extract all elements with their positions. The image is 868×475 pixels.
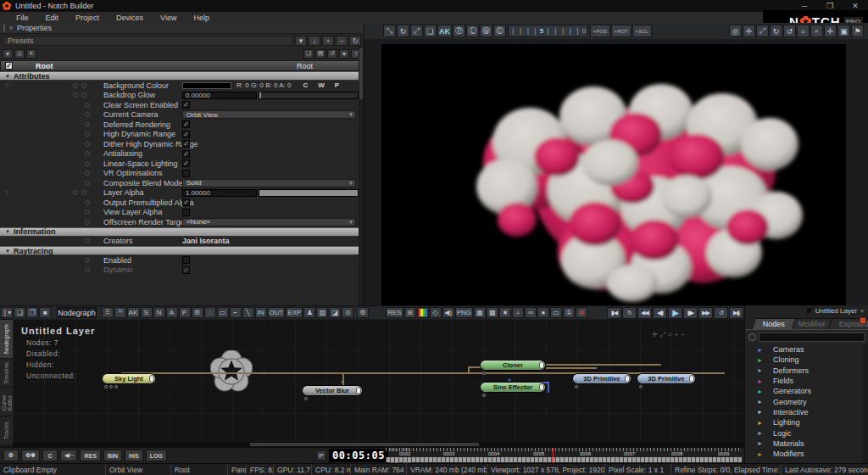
loop-end-button[interactable]: ↺ [714,307,728,319]
side-tab-timeline[interactable]: Timeline [0,358,13,387]
node-pin[interactable] [104,385,108,388]
png-icon[interactable]: PNG [455,307,473,318]
pivot-position-icon[interactable]: Ⓟ [453,25,465,37]
expand-arrow-icon[interactable]: ► [757,378,763,384]
panel-split-icon[interactable]: ❘▾ [1,307,14,318]
node-3d-primitive-5[interactable]: 3D Primitive [637,373,696,384]
side-tab-nodegraph[interactable]: Nodegraph [0,319,13,358]
gear-icon[interactable]: ⚙ [192,307,203,318]
category-materials[interactable]: ►Materials [745,439,863,449]
focus-icon[interactable]: ◎ [729,25,742,37]
keyframe-dot-icon[interactable] [85,122,90,127]
node-cloner-2[interactable]: Cloner [480,360,546,371]
monitor-icon[interactable]: ▭ [550,307,562,318]
colorbars-icon[interactable] [417,307,429,318]
menu-help[interactable]: Help [186,14,217,22]
refresh-icon[interactable]: C [42,450,58,461]
color-button-p[interactable]: P [335,81,339,89]
keyframe-dot-icon[interactable] [73,83,78,88]
equals-icon[interactable]: = [797,25,810,37]
autokey-icon[interactable]: AK [437,25,452,37]
section-header-raytracing[interactable]: ▼Raytracing [0,246,364,255]
color-button-c[interactable]: C [303,81,308,89]
key-icon[interactable]: ⚑ [851,25,864,37]
button-log[interactable]: LOG [146,450,167,461]
fast-forward-button[interactable]: ▶▶ [698,307,713,319]
gradient-icon[interactable]: ◪ [329,307,341,318]
button-his[interactable]: HIS [125,450,143,461]
lock-position-button[interactable]: ▪POS [590,25,610,37]
panel-scroll-button[interactable] [860,317,866,324]
translate-tool-icon[interactable]: ⤡ [383,25,396,37]
pan-widget-icon[interactable]: ✛ [652,331,658,339]
snap-icon[interactable]: S [141,307,153,318]
output-icon[interactable]: OUT [268,307,286,318]
gear-icon[interactable]: ⚙ [3,450,19,461]
number-field-layer-alpha[interactable]: 1.00000 [182,189,257,197]
keyframe-dot-icon[interactable] [73,190,78,195]
duplicate-icon[interactable]: ❏ [424,25,437,37]
checkbox-vr-optimisations[interactable] [182,170,190,177]
node-vector-blur-1[interactable]: Vector Blur [302,385,363,396]
keyframe-dot-icon[interactable] [85,220,90,225]
timeline-ruler[interactable]: 00020003000400050006000700080009 [386,448,742,464]
checkbox-high-dynamic-range[interactable]: ✓ [182,131,190,138]
node-pin[interactable] [109,385,113,388]
expand-arrow-icon[interactable]: ► [757,367,763,373]
checkbox-enabled[interactable] [182,256,190,264]
keyable-icon[interactable]: ? [5,190,8,196]
keyframe-dot-icon[interactable] [85,258,90,263]
input-icon[interactable]: IN [255,307,267,318]
nodes-panel-scrollbar[interactable] [863,344,868,463]
menu-project[interactable]: Project [68,14,107,22]
autokey-icon[interactable]: AK [127,307,140,318]
node-sky-light-0[interactable]: Sky Light [102,373,156,384]
expand-arrow-icon[interactable]: ► [757,357,763,363]
properties-scrollbar[interactable] [359,47,364,305]
button-res[interactable]: RES [80,450,100,461]
film-icon[interactable]: ▩ [487,307,498,318]
zoom-out-widget-icon[interactable]: − [681,331,685,339]
skip-start-button[interactable]: ▮◀ [607,307,621,319]
info-icon[interactable]: ① [563,307,575,318]
skip-end-button[interactable]: ▶▮ [729,307,743,319]
keyframe-dot-icon[interactable] [85,181,90,186]
render-viewport[interactable] [364,39,868,305]
keyframe-dot-icon[interactable] [85,151,90,156]
user-icon[interactable]: ♟ [303,307,315,318]
tab-nodes[interactable]: Nodes [752,318,796,329]
filter-icon[interactable]: ▼ [3,49,13,59]
expand-arrow-icon[interactable]: ► [757,388,763,394]
step-back-button[interactable]: ◀▮ [653,307,667,319]
elbow-icon[interactable]: ⌐ [230,307,242,318]
category-generators[interactable]: ►Generators [745,386,863,396]
root-checkbox[interactable]: ✓ [5,62,13,70]
collapse-icon[interactable]: ▼ [8,25,14,31]
remove-preset-icon[interactable]: − [336,36,348,46]
keyframe-dot-icon[interactable] [85,200,90,205]
node-handle[interactable] [356,387,361,394]
keyframe-dot-icon[interactable] [85,103,90,108]
checkbox-output-premultiplied-alpha[interactable]: ✓ [182,198,190,206]
keyframe-dot-icon[interactable] [85,170,90,176]
category-fields[interactable]: ►Fields [745,376,863,386]
slider-layer-alpha[interactable] [259,189,359,197]
back-icon[interactable]: ◀─ [60,450,77,461]
color-swatch-background-colour[interactable] [182,82,231,89]
record-filter-icon[interactable]: ◎ [14,49,25,59]
root-node-gear[interactable] [210,350,253,393]
section-header-attributes[interactable]: ▼Attributes [0,71,364,81]
move-view-icon[interactable]: ✛ [824,25,837,37]
keyframe-dot-icon[interactable] [85,161,90,166]
section-header-information[interactable]: ▼Information [0,227,364,237]
category-geometry[interactable]: ►Geometry [745,396,863,406]
category-lighting[interactable]: ►Lighting [745,417,863,428]
rotate-ccw-icon[interactable]: ↺ [783,25,796,37]
loop-start-button[interactable]: ↻ [622,307,637,319]
copy-icon[interactable]: ❏ [303,49,314,59]
target-icon[interactable]: ⊙ [342,307,353,318]
vr-icon[interactable]: ∞ [525,307,537,318]
node-handle[interactable] [689,375,694,383]
keyframe-dot-icon[interactable] [85,210,90,215]
side-tab-curve-editor[interactable]: Curve Editor [0,387,13,416]
